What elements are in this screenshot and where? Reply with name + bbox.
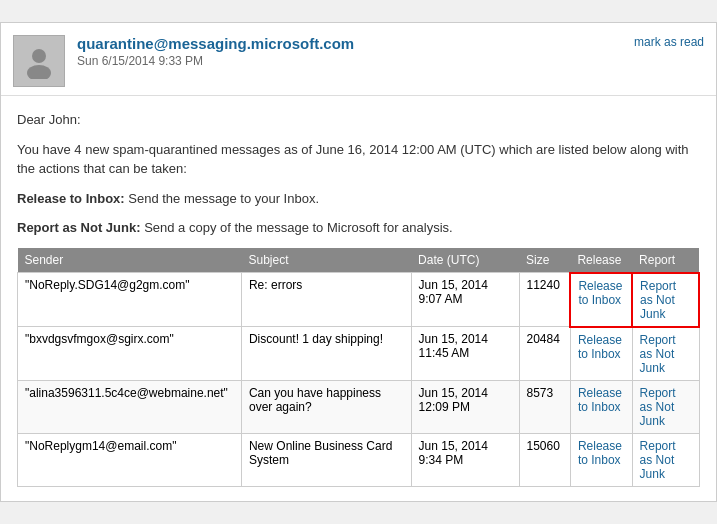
col-header-sender: Sender bbox=[18, 248, 242, 273]
sender-email: quarantine@messaging.microsoft.com bbox=[77, 35, 704, 52]
greeting-text: Dear John: bbox=[17, 110, 700, 130]
cell-sender: "NoReply.SDG14@g2gm.com" bbox=[18, 273, 242, 327]
release-to-inbox-link[interactable]: Release to Inbox bbox=[578, 386, 622, 414]
spam-messages-table: Sender Subject Date (UTC) Size Release R… bbox=[17, 248, 700, 487]
email-container: quarantine@messaging.microsoft.com Sun 6… bbox=[0, 22, 717, 502]
svg-point-0 bbox=[32, 49, 46, 63]
sender-line1: "NoReplygm14@email.com" bbox=[25, 439, 176, 453]
cell-date: Jun 15, 2014 12:09 PM bbox=[411, 380, 519, 433]
sender-line1: "NoReply.SDG14@g2gm.com" bbox=[25, 278, 190, 292]
svg-point-1 bbox=[27, 65, 51, 79]
release-to-inbox-link[interactable]: Release to Inbox bbox=[578, 279, 622, 307]
sender-line1: "bxvdgsvfmgox@sgirx.com" bbox=[25, 332, 174, 346]
sender-info: quarantine@messaging.microsoft.com Sun 6… bbox=[77, 35, 704, 68]
cell-release[interactable]: Release to Inbox bbox=[570, 273, 632, 327]
col-header-report: Report bbox=[632, 248, 699, 273]
cell-report[interactable]: Report as Not Junk bbox=[632, 433, 699, 486]
report-as-not-junk-link[interactable]: Report as Not Junk bbox=[640, 386, 676, 428]
cell-size: 11240 bbox=[519, 273, 570, 327]
report-desc: Send a copy of the message to Microsoft … bbox=[141, 220, 453, 235]
cell-report[interactable]: Report as Not Junk bbox=[632, 327, 699, 381]
report-as-not-junk-link[interactable]: Report as Not Junk bbox=[640, 279, 676, 321]
report-as-not-junk-link[interactable]: Report as Not Junk bbox=[640, 333, 676, 375]
avatar bbox=[13, 35, 65, 87]
report-as-not-junk-link[interactable]: Report as Not Junk bbox=[640, 439, 676, 481]
cell-sender: "NoReplygm14@email.com" bbox=[18, 433, 242, 486]
cell-subject: New Online Business Card System bbox=[241, 433, 411, 486]
cell-release[interactable]: Release to Inbox bbox=[570, 380, 632, 433]
cell-date: Jun 15, 2014 9:34 PM bbox=[411, 433, 519, 486]
table-header-row: Sender Subject Date (UTC) Size Release R… bbox=[18, 248, 700, 273]
table-row: "bxvdgsvfmgox@sgirx.com"Discount! 1 day … bbox=[18, 327, 700, 381]
cell-report[interactable]: Report as Not Junk bbox=[632, 273, 699, 327]
cell-size: 15060 bbox=[519, 433, 570, 486]
table-row: "alina3596311.5c4ce@webmaine.net"Can you… bbox=[18, 380, 700, 433]
release-desc: Send the message to your Inbox. bbox=[125, 191, 319, 206]
cell-subject: Can you have happiness over again? bbox=[241, 380, 411, 433]
cell-sender: "bxvdgsvfmgox@sgirx.com" bbox=[18, 327, 242, 381]
cell-date: Jun 15, 2014 9:07 AM bbox=[411, 273, 519, 327]
report-label: Report as Not Junk: bbox=[17, 220, 141, 235]
cell-size: 20484 bbox=[519, 327, 570, 381]
cell-release[interactable]: Release to Inbox bbox=[570, 327, 632, 381]
cell-subject: Discount! 1 day shipping! bbox=[241, 327, 411, 381]
col-header-release: Release bbox=[570, 248, 632, 273]
table-row: "NoReply.SDG14@g2gm.com"Re: errorsJun 15… bbox=[18, 273, 700, 327]
cell-report[interactable]: Report as Not Junk bbox=[632, 380, 699, 433]
table-row: "NoReplygm14@email.com"New Online Busine… bbox=[18, 433, 700, 486]
email-body: Dear John: You have 4 new spam-quarantin… bbox=[1, 96, 716, 501]
cell-subject: Re: errors bbox=[241, 273, 411, 327]
cell-sender: "alina3596311.5c4ce@webmaine.net" bbox=[18, 380, 242, 433]
release-label: Release to Inbox: bbox=[17, 191, 125, 206]
intro-text: You have 4 new spam-quarantined messages… bbox=[17, 140, 700, 179]
col-header-date: Date (UTC) bbox=[411, 248, 519, 273]
sender-line1: "alina3596311.5c4ce@webmaine.net" bbox=[25, 386, 228, 400]
mark-as-read-link[interactable]: mark as read bbox=[634, 35, 704, 49]
cell-size: 8573 bbox=[519, 380, 570, 433]
release-to-inbox-link[interactable]: Release to Inbox bbox=[578, 333, 622, 361]
cell-release[interactable]: Release to Inbox bbox=[570, 433, 632, 486]
report-instruction: Report as Not Junk: Send a copy of the m… bbox=[17, 218, 700, 238]
sender-date: Sun 6/15/2014 9:33 PM bbox=[77, 54, 704, 68]
release-to-inbox-link[interactable]: Release to Inbox bbox=[578, 439, 622, 467]
release-instruction: Release to Inbox: Send the message to yo… bbox=[17, 189, 700, 209]
email-header: quarantine@messaging.microsoft.com Sun 6… bbox=[1, 23, 716, 96]
cell-date: Jun 15, 2014 11:45 AM bbox=[411, 327, 519, 381]
col-header-subject: Subject bbox=[241, 248, 411, 273]
col-header-size: Size bbox=[519, 248, 570, 273]
